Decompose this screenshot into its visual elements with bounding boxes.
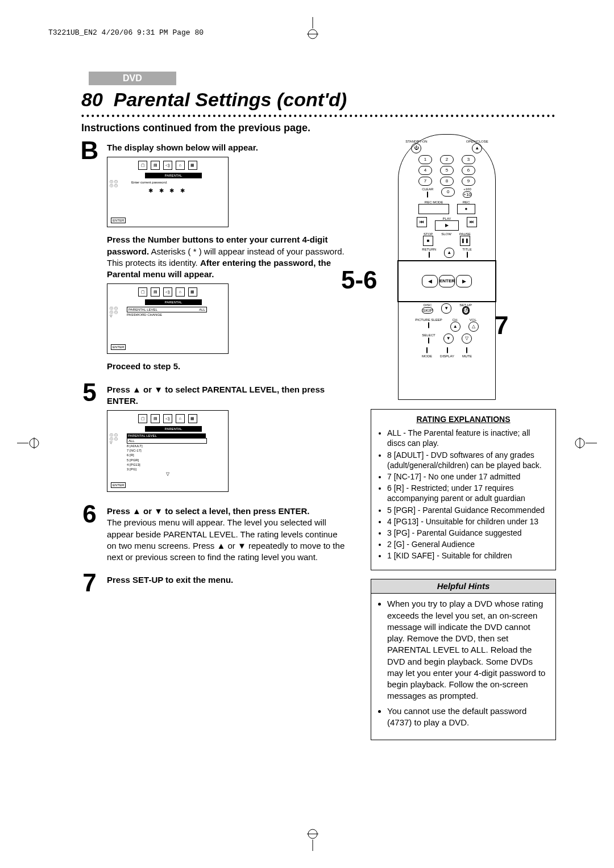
label-select: SELECT (422, 333, 435, 337)
rating-item: 6 [R] - Restricted; under 17 requires ac… (387, 483, 549, 503)
osd-item: 5 [PGR] (127, 458, 225, 462)
vol-down-icon: ▽ (462, 333, 472, 344)
display-btn (447, 347, 448, 353)
ratings-box: RATING EXPLANATIONS ALL - The Parental f… (371, 409, 556, 570)
dpad: ◀ ENTER ▶ (399, 261, 495, 301)
rating-item: 1 [KID SAFE] - Suitable for children (387, 550, 549, 561)
mute-btn (466, 347, 467, 353)
title-btn (467, 252, 468, 258)
step-6: 6 Press ▲ or ▼ to select a level, then p… (80, 506, 347, 563)
ch-up-icon: ▲ (450, 322, 460, 332)
osd-tab-icon: ▤ (151, 161, 160, 170)
num-btn: 9 (462, 177, 475, 186)
hints-box: Helpful Hints When you try to play a DVD… (371, 579, 556, 740)
num-btn: 8 (440, 177, 454, 186)
ch-down-icon: ▼ (443, 333, 454, 344)
osd-password-mask: ✱ ✱ ✱ ✱ (111, 187, 225, 195)
osd-tab-icon: ◁) (163, 287, 172, 297)
rating-item: 2 [G] - General Audience (387, 539, 549, 549)
osd-side-icons: ⓘ ⓘⓘ ⓘ (110, 180, 118, 187)
osd-enter: ENTER (111, 218, 126, 223)
title-divider: ••••••••••••••••••••••••••••••••••••••••… (81, 111, 557, 122)
osd-item-value: ALL (199, 307, 205, 312)
step-text: Press ▲ or ▼ to select a level, then pre… (107, 506, 310, 516)
clear-btn (427, 191, 428, 198)
step-text: The previous menu will appear. The level… (107, 518, 345, 562)
label-slow: SLOW (441, 232, 451, 236)
label-mode: MODE (422, 354, 432, 358)
step-text: Press SET-UP to exit the menu. (107, 575, 233, 585)
step-B: B The display shown below will appear. ▢… (80, 142, 347, 373)
ratings-heading: RATING EXPLANATIONS (378, 414, 549, 424)
osd-item: PASSWORD CHANGE (127, 312, 225, 317)
num-btn: 1 (418, 155, 432, 164)
eject-icon: ▲ (472, 143, 482, 153)
num-btn: 6 (462, 166, 475, 175)
callout-7: 7 (495, 311, 508, 340)
rating-item: 7 [NC-17] - No one under 17 admitted (387, 471, 549, 482)
osd-tab-icon: ▤ (151, 287, 160, 297)
num-btn: 2 (440, 155, 454, 164)
osd-title: PARENTAL (145, 426, 202, 432)
rec-btn: ● (457, 204, 475, 214)
hint-item: When you try to play a DVD whose rating … (387, 598, 549, 702)
recmode-btn (418, 204, 449, 214)
osd-item: 8 [ADULT] (127, 444, 225, 448)
page-title-text: Parental Settings (cont'd) (114, 89, 347, 110)
label-plus100: +100 (463, 187, 472, 191)
crop-mark-top (301, 17, 324, 40)
play-btn: ▶ (435, 220, 459, 231)
num-btn: 4 (418, 166, 432, 175)
power-icon: ⏻ (411, 143, 421, 153)
osd-tab-icon: ▦ (188, 287, 197, 297)
osd-title: PARENTAL (145, 299, 202, 305)
rating-item: 3 [PG] - Parental Guidance suggested (387, 528, 549, 538)
instruction-column: B The display shown below will appear. ▢… (80, 142, 347, 594)
crop-mark-bottom (301, 828, 324, 851)
rating-item: 4 [PG13] - Unsuitable for children under… (387, 516, 549, 527)
label-setup: SET-UP (459, 303, 472, 307)
step-7: 7 Press SET-UP to exit the menu. (80, 574, 347, 586)
step-text: Press ▲ or ▼ to select PARENTAL LEVEL, t… (107, 385, 325, 406)
osd-header: PARENTAL LEVEL (127, 433, 206, 438)
plus10-btn: +10 (463, 191, 472, 198)
step-text: The display shown below will appear. (107, 143, 258, 152)
crop-mark-left (17, 432, 40, 454)
disc-btn: SKIP (422, 307, 433, 314)
num-btn: 7 (418, 177, 432, 186)
osd-tab-icon: ▢ (138, 161, 147, 170)
hints-heading: Helpful Hints (371, 579, 556, 594)
label-display: DISPLAY (440, 354, 454, 358)
osd-item: 3 [PG] (127, 467, 225, 471)
callout-5-6: 5-6 (341, 266, 377, 294)
skip-fwd-icon: ⏭ (467, 217, 477, 227)
crop-mark-right (574, 432, 597, 454)
osd-item: 4 [PG13] (127, 462, 225, 467)
enter-btn: ENTER (439, 275, 455, 287)
select-btn (428, 337, 429, 344)
hint-item: You cannot use the default password (473… (387, 706, 549, 729)
osd-tab-icon: ▦ (188, 161, 197, 170)
osd-tab-icon: ▢ (138, 414, 147, 423)
stop-btn: ■ (423, 236, 433, 246)
label-return: RETURN (422, 248, 436, 251)
num-btn: 3 (462, 155, 475, 164)
osd-item: 6 [R] (127, 453, 225, 457)
step-letter: B (77, 136, 102, 165)
osd-scroll-indicator: ▽ (111, 471, 225, 478)
osd-item: 7 [NC-17] (127, 448, 225, 453)
osd-item: PARENTAL LEVEL (128, 307, 157, 312)
osd-tab-icon: ⌂ (176, 161, 185, 170)
rating-item: 5 [PGR] - Parental Guidance Recommended (387, 505, 549, 515)
step-number: 7 (77, 569, 102, 597)
left-btn: ◀ (422, 275, 438, 287)
section-chip: DVD (89, 72, 176, 85)
mode-btn (426, 347, 428, 353)
osd-enter: ENTER (111, 482, 126, 488)
label-mute: MUTE (462, 354, 472, 358)
step-text: Proceed to step 5. (107, 361, 180, 371)
osd-side-icons: ⓘ ⓘⓘ ⓘ▽ (110, 433, 118, 445)
num-btn: 0 (441, 187, 455, 197)
rating-item: ALL - The Parental feature is inactive; … (387, 428, 549, 448)
vol-up-icon: △ (468, 322, 479, 332)
